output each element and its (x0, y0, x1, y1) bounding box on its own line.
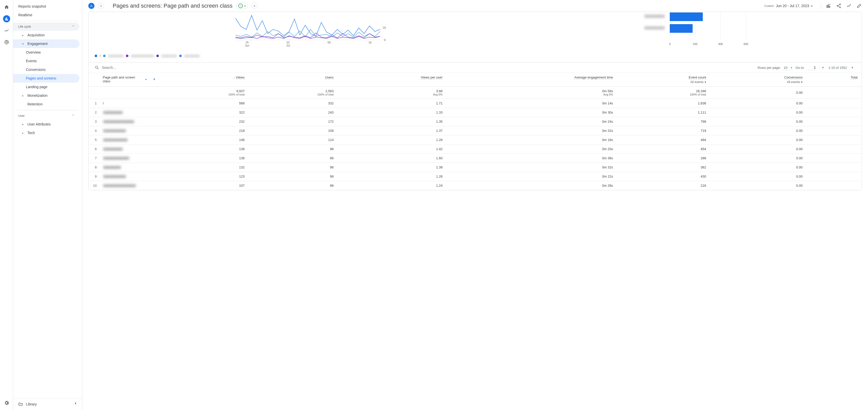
sidebar-item-conversions[interactable]: Conversions (13, 65, 80, 74)
legend-dot (103, 55, 105, 57)
legend-dot (126, 55, 128, 57)
share-icon[interactable] (836, 3, 842, 9)
data-quality-chip[interactable]: ✓ ▾ (236, 3, 248, 9)
customize-report-icon[interactable] (826, 3, 832, 9)
chevron-down-icon[interactable]: ▾ (801, 80, 803, 84)
goto-input[interactable] (807, 65, 817, 70)
sidebar-item-user-attributes[interactable]: ▸ User Attributes (13, 120, 80, 128)
chevron-down-icon: ▾ (244, 5, 246, 7)
svg-rect-25 (670, 12, 703, 21)
column-header-event-count[interactable]: Event countAll events▾ (617, 73, 710, 87)
table-row[interactable]: 9 xxxxxxxxxxxxx 123 98 1.26 0m 22s 430 0… (89, 172, 862, 181)
svg-text:25: 25 (245, 41, 248, 44)
bar-chart: 0200400600 (535, 12, 856, 48)
table-row[interactable]: 3 xxxxxxxxxxxxxxxxxx 232 172 1.35 0m 24s… (89, 117, 862, 126)
chevron-up-icon: ⌃ (72, 25, 74, 28)
table-row[interactable]: 5 xxxxxxxxxxxxxx 146 114 1.28 0m 18s 494… (89, 136, 862, 145)
check-icon: ✓ (238, 4, 243, 8)
add-dimension-button[interactable]: + (153, 77, 156, 82)
home-icon[interactable] (3, 4, 10, 11)
sidebar-item-events[interactable]: Events (13, 57, 80, 65)
svg-text:0: 0 (384, 38, 385, 41)
svg-text:Jul: Jul (286, 44, 290, 47)
sidebar-item-retention[interactable]: Retention (13, 100, 80, 109)
add-segment-button[interactable]: + (98, 3, 104, 9)
chevron-down-icon[interactable]: ▾ (146, 78, 147, 81)
chevron-down-icon: ▾ (22, 42, 25, 45)
svg-text:02: 02 (286, 41, 289, 44)
legend-label: / (100, 54, 100, 58)
dimension-header[interactable]: Page path and screen class ▾ + (99, 73, 160, 87)
chevron-down-icon: ▾ (811, 5, 812, 7)
table-row[interactable]: 1 / 568 332 1.71 0m 14s 1,636 0.00 (89, 99, 862, 108)
legend-label-blurred: xxxxxxxxxx (184, 54, 199, 58)
column-header-conversions[interactable]: ConversionsAll events▾ (710, 73, 807, 87)
sidebar-item-landing-page[interactable]: Landing page (13, 83, 80, 91)
svg-rect-28 (644, 26, 665, 30)
svg-text:600: 600 (744, 42, 748, 46)
rows-per-page-label: Rows per page: (757, 66, 781, 69)
sidebar-reports-snapshot[interactable]: Reports snapshot (13, 2, 82, 11)
reports-icon[interactable] (3, 15, 10, 22)
goto-label: Go to: (796, 66, 805, 69)
table-row[interactable]: 4 xxxxxxxxxxxxx 218 159 1.37 0m 32s 719 … (89, 126, 862, 136)
table-row[interactable]: 8 xxxxxxxxxx 132 96 1.38 0m 32s 382 0.00 (89, 163, 862, 172)
legend-dot (156, 55, 159, 57)
column-header-views[interactable]: ↓Views (160, 73, 249, 87)
next-page-button[interactable] (849, 64, 856, 70)
chevron-right-icon: ▸ (22, 131, 25, 135)
svg-rect-3 (828, 5, 829, 8)
chevron-right-icon: ▸ (22, 34, 25, 36)
svg-rect-27 (670, 24, 693, 33)
svg-point-29 (95, 66, 98, 68)
table-row[interactable]: 7 xxxxxxxxxxxxxxx 138 86 1.60 0m 36s 288… (89, 154, 862, 163)
legend-label-blurred: xxxxxxxxxx (161, 54, 177, 58)
icon-rail (0, 0, 13, 410)
sidebar-item-monetization[interactable]: ▸ Monetization (13, 91, 80, 100)
svg-rect-26 (644, 14, 665, 18)
chevron-down-icon[interactable]: ▾ (705, 80, 706, 84)
insights-icon[interactable] (846, 3, 852, 9)
chart-legend: / xxxxxxxxxx xxxxxxxxxxxxxxx xxxxxxxxxx … (89, 52, 862, 62)
segment-avatar[interactable]: A (88, 3, 94, 9)
column-header-users[interactable]: Users (249, 73, 338, 87)
table-row[interactable]: 2 xxxxxxxxxxx 322 243 1.33 0m 30s 1,111 … (89, 108, 862, 117)
sidebar-item-tech[interactable]: ▸ Tech (13, 128, 80, 137)
table-controls: Rows per page: 10 ▾ Go to: (89, 62, 862, 72)
prev-page-button[interactable] (820, 64, 826, 70)
legend-dot (95, 55, 97, 57)
explore-icon[interactable] (3, 27, 10, 34)
svg-text:09: 09 (328, 41, 331, 44)
sidebar-item-acquisition[interactable]: ▸ Acquisition (13, 31, 80, 39)
svg-text:16: 16 (369, 41, 372, 44)
svg-text:Jun: Jun (245, 44, 249, 47)
legend-label-blurred: xxxxxxxxxxxxxxx (131, 54, 154, 58)
page-header: A + Pages and screens: Page path and scr… (82, 0, 868, 12)
report-card: 02025Jun02Jul0916 0200400600 / xxxxxxxxx… (88, 12, 862, 190)
sidebar-item-overview[interactable]: Overview (13, 48, 80, 57)
column-header-views-per-user[interactable]: Views per user (338, 73, 446, 87)
sidebar-item-pages-screens[interactable]: Pages and screens (13, 74, 80, 83)
advertising-icon[interactable] (3, 39, 10, 46)
svg-text:0: 0 (669, 42, 671, 46)
svg-text:20: 20 (383, 26, 386, 29)
line-chart: 02025Jun02Jul0916 (95, 12, 529, 48)
settings-icon[interactable] (3, 399, 10, 406)
svg-rect-4 (830, 6, 830, 8)
table-row[interactable]: 6 xxxxxxxxxxx 139 98 1.42 0m 20s 454 0.0… (89, 145, 862, 154)
column-header-avg-engagement[interactable]: Average engagement time (447, 73, 617, 87)
edit-icon[interactable] (856, 3, 862, 9)
search-input[interactable] (102, 65, 153, 69)
sidebar-realtime[interactable]: Realtime (13, 11, 82, 19)
legend-dot (179, 55, 182, 57)
sidebar-item-engagement[interactable]: ▾ Engagement (13, 39, 80, 48)
sidebar-group-life-cycle[interactable]: Life cycle ⌃ (13, 23, 80, 31)
sidebar-group-user[interactable]: User ⌃ (13, 112, 80, 120)
svg-text:200: 200 (693, 42, 698, 46)
date-range-picker[interactable]: Custom Jun 20 - Jul 17, 2023 ▾ (764, 4, 812, 8)
table-row[interactable]: 10 xxxxxxxxxxxxxxxxxxx 107 86 1.24 0m 26… (89, 181, 862, 190)
chevron-up-icon: ⌃ (72, 114, 74, 118)
column-header-total[interactable]: Total (807, 73, 862, 87)
collapse-sidebar-button[interactable] (71, 399, 80, 408)
add-comparison-button[interactable]: + (251, 3, 258, 9)
